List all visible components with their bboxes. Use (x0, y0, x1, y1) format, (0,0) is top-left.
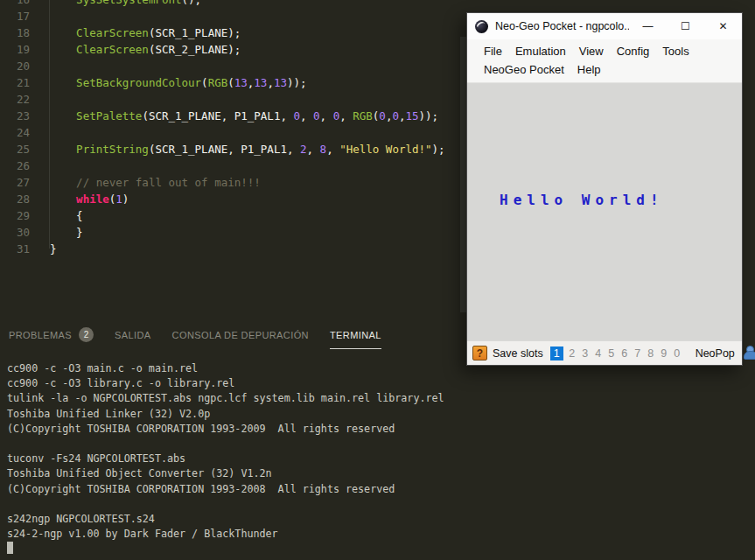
terminal-cursor (7, 542, 13, 554)
save-slot-list: 1234567890 (550, 346, 682, 360)
neopop-label: NeoPop (696, 347, 735, 360)
line-number: 23 (0, 108, 41, 124)
menu-row-2: NeoGeo PocketHelp (467, 60, 742, 79)
menu-item-emulation[interactable]: Emulation (515, 45, 566, 58)
save-slot-8[interactable]: 8 (647, 347, 655, 360)
save-slot-7[interactable]: 7 (633, 347, 642, 360)
save-slot-5[interactable]: 5 (607, 347, 616, 360)
screenshot-root: 16 SysSetSystemFont();1718 ClearScreen(S… (0, 0, 755, 560)
menu-item-file[interactable]: File (484, 45, 502, 58)
code-line: 16 SysSetSystemFont(); (0, 0, 755, 8)
line-number: 27 (0, 174, 41, 191)
panel-tab-1[interactable]: SALIDA (115, 320, 151, 349)
emulator-statusbar: ? Save slots 1234567890 NeoPop (467, 340, 742, 365)
menu-row-1: FileEmulationViewConfigTools (467, 42, 742, 60)
emulator-titlebar[interactable]: Neo-Geo Pocket - ngpcolo... —☐✕ (467, 13, 742, 39)
code-text: } (50, 224, 83, 241)
save-slot-3[interactable]: 3 (581, 347, 590, 360)
line-number: 29 (0, 207, 41, 224)
code-text: PrintString(SCR_1_PLANE, P1_PAL1, 2, 8, … (50, 141, 445, 158)
save-slot-6[interactable]: 6 (620, 347, 629, 360)
app-icon (475, 20, 488, 33)
emulator-menubar: FileEmulationViewConfigTools NeoGeo Pock… (467, 39, 742, 83)
emulator-window: Neo-Geo Pocket - ngpcolo... —☐✕ FileEmul… (466, 12, 743, 366)
panel-tab-label: PROBLEMAS (9, 330, 72, 340)
line-number: 26 (0, 158, 41, 174)
code-text: { (50, 207, 83, 224)
line-number: 22 (0, 91, 41, 108)
code-text: ClearScreen(SCR_2_PLANE); (50, 41, 241, 58)
terminal-output[interactable]: cc900 -c -O3 main.c -o main.rel cc900 -c… (7, 351, 755, 560)
emulator-screen: Hello World! (467, 83, 742, 345)
maximize-button[interactable]: ☐ (667, 13, 704, 39)
panel-tab-3[interactable]: TERMINAL (330, 320, 381, 349)
line-number: 31 (0, 241, 41, 257)
code-text: ClearScreen(SCR_1_PLANE); (50, 24, 241, 41)
question-box-icon: ? (472, 346, 487, 360)
menu-item-tools[interactable]: Tools (662, 45, 689, 58)
line-number: 18 (0, 24, 41, 41)
save-slots-label: Save slots (493, 347, 543, 360)
code-text: SysSetSystemFont(); (50, 0, 201, 8)
menu-item-help[interactable]: Help (577, 63, 601, 76)
line-number: 28 (0, 191, 41, 207)
emulator-screen-text: Hello World! (500, 192, 664, 208)
code-text: SetPalette(SCR_1_PLANE, P1_PAL1, 0, 0, 0… (50, 108, 438, 124)
code-text: while(1) (50, 191, 129, 207)
panel-tab-2[interactable]: CONSOLA DE DEPURACIÓN (172, 320, 309, 349)
line-number: 19 (0, 41, 41, 58)
panel-tab-label: CONSOLA DE DEPURACIÓN (172, 330, 309, 340)
close-button[interactable]: ✕ (704, 13, 742, 39)
line-number: 24 (0, 124, 41, 141)
menu-item-view[interactable]: View (579, 45, 604, 58)
save-slot-2[interactable]: 2 (568, 347, 577, 360)
window-title: Neo-Geo Pocket - ngpcolo... (495, 20, 629, 32)
save-slot-9[interactable]: 9 (660, 347, 668, 360)
code-text: } (50, 241, 57, 257)
line-number: 25 (0, 141, 41, 158)
problems-badge: 2 (79, 327, 94, 342)
window-controls: —☐✕ (629, 13, 742, 39)
line-number: 20 (0, 58, 41, 74)
save-slot-1[interactable]: 1 (550, 346, 563, 360)
line-number: 16 (0, 0, 41, 8)
minimize-button[interactable]: — (629, 13, 667, 39)
panel-tab-0[interactable]: PROBLEMAS2 (9, 318, 94, 351)
save-slot-4[interactable]: 4 (594, 347, 603, 360)
line-number: 30 (0, 224, 41, 241)
line-number: 17 (0, 8, 41, 24)
save-slot-0[interactable]: 0 (673, 347, 682, 360)
code-text: SetBackgroundColour(RGB(13,13,13)); (50, 74, 307, 91)
menu-item-config[interactable]: Config (617, 45, 650, 58)
menu-item-neogeo-pocket[interactable]: NeoGeo Pocket (484, 63, 564, 76)
code-text: // never fall out of main!!! (50, 174, 261, 191)
panel-tab-label: SALIDA (115, 330, 151, 340)
line-number: 21 (0, 74, 41, 91)
panel-tab-label: TERMINAL (330, 330, 381, 340)
